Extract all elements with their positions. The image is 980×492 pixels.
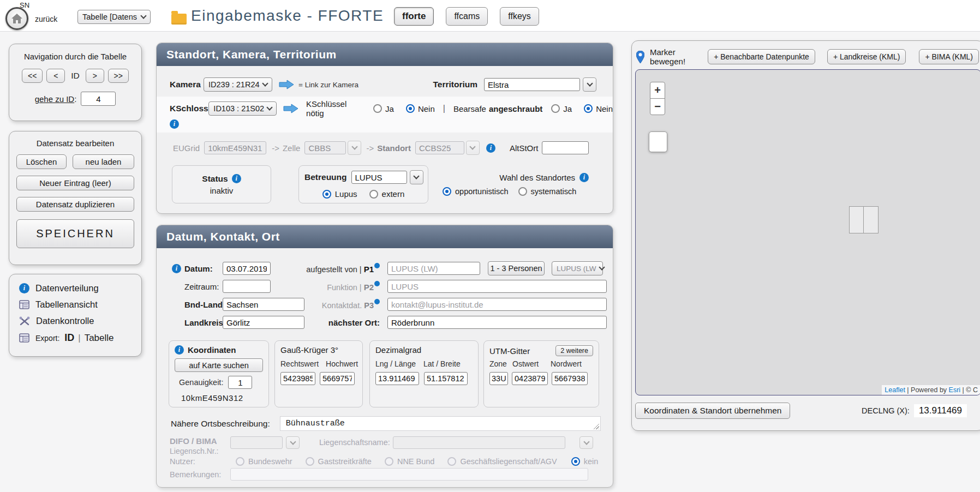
- p2-info-icon[interactable]: [374, 281, 380, 286]
- next-record-button[interactable]: >: [86, 69, 104, 83]
- territorium-input[interactable]: [484, 78, 580, 91]
- edit-box-title: Datensatz bearbeiten: [16, 139, 134, 148]
- radio-wahl-opportunistisch[interactable]: [443, 187, 451, 196]
- leaflet-link[interactable]: Leaflet: [885, 386, 905, 394]
- save-button[interactable]: SPEICHERN: [16, 219, 134, 248]
- back-link[interactable]: zurück: [35, 15, 57, 23]
- esri-link[interactable]: Esri: [949, 386, 961, 394]
- difo-extra-dropdown: [579, 436, 593, 449]
- export-id-link[interactable]: ID: [64, 332, 74, 344]
- datum-input[interactable]: [223, 262, 271, 275]
- bima-kml-button[interactable]: + BIMA (KML): [919, 49, 979, 64]
- section-datum-kontakt-ort: Datum, Kontakt, Ort i Datum: aufgestellt…: [156, 225, 613, 488]
- bndland-input[interactable]: [223, 298, 304, 311]
- kschluessel-nein-label: Nein: [418, 104, 435, 113]
- nordwert-input[interactable]: [552, 372, 588, 385]
- wahl-info-icon[interactable]: i: [579, 173, 589, 182]
- apply-coordinates-button[interactable]: Koordinaten & Standort übernehmen: [635, 403, 790, 419]
- difo-bima-label: DIFO / BIMA: [170, 436, 228, 446]
- p2-input[interactable]: [387, 280, 607, 293]
- chevron-down-icon: [351, 143, 357, 149]
- first-record-button[interactable]: <<: [22, 69, 43, 83]
- kamera-label: Kamera: [170, 80, 204, 89]
- tab-fforte[interactable]: fforte: [394, 7, 434, 26]
- duplicate-button[interactable]: Datensatz duplizieren: [16, 197, 134, 212]
- genauigkeit-input[interactable]: [228, 376, 252, 389]
- rechtswert-input[interactable]: [280, 372, 315, 385]
- datum-row: i Datum: aufgestellt von | P1 1 - 3 Pers…: [170, 261, 613, 275]
- kschloss-info-icon[interactable]: i: [170, 119, 179, 129]
- goto-id-link[interactable]: gehe zu ID: [35, 94, 75, 104]
- export-label: Export:: [35, 334, 59, 343]
- liegensch-nr-dropdown: [286, 436, 300, 449]
- tab-ffcams[interactable]: ffcams: [446, 7, 488, 26]
- datum-info-icon[interactable]: i: [172, 264, 181, 273]
- section-standort-kamera: Standort, Kamera, Territorium Kamera ID2…: [156, 43, 613, 214]
- table-select[interactable]: Tabelle [Datens: [77, 10, 151, 24]
- new-entry-button[interactable]: Neuer Eintrag (leer): [16, 176, 134, 190]
- kamera-select[interactable]: ID239 : 21R24: [204, 77, 272, 92]
- radio-betreuung-extern[interactable]: [369, 190, 378, 199]
- radio-bearsafe-nein[interactable]: [584, 104, 593, 113]
- zone-input[interactable]: [489, 372, 508, 385]
- lat-input[interactable]: [424, 372, 468, 385]
- territorium-dropdown-button[interactable]: [583, 77, 596, 92]
- betreuung-input[interactable]: [351, 171, 407, 184]
- landkreis-input[interactable]: [223, 316, 304, 329]
- p1-info-icon[interactable]: [374, 263, 380, 268]
- record-edit-box: Datensatz bearbeiten Löschen neu laden N…: [9, 131, 142, 265]
- p3-input[interactable]: [387, 298, 607, 311]
- naechster-ort-input[interactable]: [387, 316, 607, 329]
- standort-info-icon[interactable]: i: [486, 143, 495, 153]
- radio-kschluessel-nein[interactable]: [406, 104, 415, 113]
- radio-bearsafe-ja[interactable]: [551, 104, 560, 113]
- map-layers-button[interactable]: [649, 131, 667, 152]
- lng-input[interactable]: [375, 372, 419, 385]
- neighbor-datapoints-button[interactable]: + Benachbarte Datenpunkte: [708, 49, 815, 64]
- p1-select[interactable]: LUPUS (LW: [552, 261, 603, 275]
- zoom-out-button[interactable]: −: [650, 98, 665, 115]
- betreuung-dropdown-button[interactable]: [410, 170, 423, 184]
- naechster-ort-label: nächster Ort:: [304, 318, 380, 327]
- goto-id-input[interactable]: [81, 92, 116, 106]
- landkreise-kml-button[interactable]: + Landkreise (KML): [827, 49, 906, 64]
- delete-button[interactable]: Löschen: [16, 154, 67, 169]
- more-coords-button[interactable]: 2 weitere: [555, 345, 593, 356]
- radio-nutzer-kein[interactable]: [571, 457, 580, 466]
- data-control-link[interactable]: Datenkontrolle: [19, 316, 132, 326]
- radio-betreuung-lupus[interactable]: [322, 190, 331, 199]
- zoom-in-button[interactable]: +: [650, 82, 665, 99]
- p1-select-value: LUPUS (LW: [557, 265, 596, 273]
- ortsbeschreibung-textarea[interactable]: Bühnaustraße: [280, 416, 601, 431]
- tab-ffkeys[interactable]: ffkeys: [500, 7, 539, 26]
- resize-handle-icon[interactable]: [592, 422, 599, 429]
- p1-input[interactable]: [387, 262, 480, 275]
- reload-button[interactable]: neu laden: [73, 154, 134, 169]
- last-record-button[interactable]: >>: [108, 69, 129, 83]
- p3-info-icon[interactable]: [374, 299, 380, 304]
- status-info-icon[interactable]: i: [232, 174, 241, 183]
- radio-kschluessel-ja[interactable]: [373, 104, 382, 113]
- export-table-link[interactable]: Tabelle: [85, 333, 114, 344]
- map-area[interactable]: + − Leaflet | Powered by Esri | © C: [635, 69, 980, 395]
- declng-value: 13.911469: [914, 404, 967, 417]
- camera-link-label[interactable]: = Link zur Kamera: [298, 81, 358, 89]
- radio-wahl-systematisch[interactable]: [518, 187, 527, 196]
- arrow-text-2: ->: [366, 143, 374, 153]
- ostwert-input[interactable]: [512, 372, 548, 385]
- koordinaten-info-icon[interactable]: i: [175, 345, 184, 355]
- kschluessel-label: KSchlüssel nötig: [306, 99, 364, 118]
- table-view-link[interactable]: Tabellenansicht: [19, 299, 132, 310]
- utm-title: UTM-Gitter: [489, 346, 530, 356]
- zeitraum-input[interactable]: [223, 280, 271, 293]
- altstort-input[interactable]: [542, 141, 589, 154]
- landkreis-label: Landkreis:: [184, 318, 218, 327]
- home-button[interactable]: [5, 7, 28, 30]
- map-search-button[interactable]: auf Karte suchen: [175, 358, 263, 372]
- data-distribution-link[interactable]: i Datenverteilung: [19, 283, 132, 293]
- prev-record-button[interactable]: <: [46, 69, 65, 83]
- hochwert-input[interactable]: [320, 372, 355, 385]
- kschloss-select[interactable]: ID103 : 21S02: [208, 101, 277, 116]
- grid-code-label: 10kmE459N312: [181, 393, 263, 403]
- personen-button[interactable]: 1 - 3 Personen: [488, 261, 545, 275]
